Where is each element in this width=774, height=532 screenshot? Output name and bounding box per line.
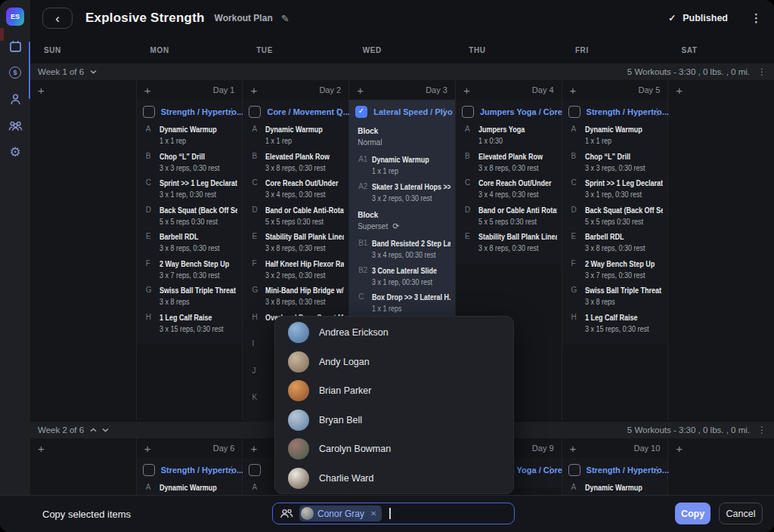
workout-menu-icon[interactable]: ⋮	[652, 465, 661, 475]
person-item[interactable]: Andrea Erickson	[275, 318, 513, 348]
sidebar-scrollbar[interactable]	[29, 42, 30, 99]
workout-menu-icon[interactable]: ⋮	[227, 465, 236, 475]
add-workout-icon[interactable]: +	[38, 85, 45, 96]
workout-menu-icon[interactable]: ⋮	[546, 107, 556, 117]
exercise-row[interactable]: B1Band Resisted 2 Step Late...3 x 4 reps…	[349, 238, 455, 265]
week1-kebab-icon[interactable]: ⋮	[757, 66, 766, 77]
workout-card[interactable]: Strength / Hypertro...⋮ADynamic Warmup1 …	[137, 458, 243, 496]
add-workout-icon[interactable]: +	[570, 85, 577, 96]
exercise-row[interactable]: H1 Leg Calf Raise3 x 15 reps, 0:30 rest	[137, 312, 243, 339]
exercise-row[interactable]: CSprint >> 1 Leg Declarations3 x 1 rep, …	[562, 178, 668, 205]
exercise-row[interactable]: B23 Cone Lateral Slide3 x 1 rep, 00:30 r…	[349, 265, 455, 292]
copy-button[interactable]: Copy	[675, 503, 711, 524]
person-item[interactable]: Brian Parker	[275, 376, 513, 406]
chevron-down-icon[interactable]	[102, 428, 109, 432]
exercise-row[interactable]: ADynamic Warmup1 x 1 rep	[243, 124, 348, 151]
person-item[interactable]: Andy Logan	[275, 348, 513, 377]
add-workout-icon[interactable]: +	[38, 443, 45, 454]
chip-close-icon[interactable]: ✕	[370, 509, 376, 518]
workout-title[interactable]: Strength / Hypertro...	[587, 107, 647, 116]
add-workout-icon[interactable]: +	[570, 443, 577, 454]
workout-checkbox[interactable]	[143, 106, 155, 118]
exercise-row[interactable]: DBand or Cable Anti Rotati...5 x 5 reps …	[456, 205, 562, 232]
workout-menu-icon[interactable]: ⋮	[652, 107, 661, 117]
edit-pencil-icon[interactable]: ✎	[281, 13, 289, 24]
workout-checkbox[interactable]	[568, 464, 580, 476]
chevron-up-icon[interactable]	[90, 428, 97, 432]
exercise-row[interactable]: F2 Way Bench Step Up3 x 7 reps, 0:30 res…	[562, 258, 668, 286]
add-workout-icon[interactable]: +	[144, 85, 151, 96]
exercise-row[interactable]: BElevated Plank Row3 x 8 reps, 0:30 rest	[243, 151, 348, 178]
workout-card[interactable]: Strength / Hypertro...⋮ADynamic Warmup1 …	[562, 100, 668, 345]
chevron-down-icon[interactable]	[90, 70, 97, 74]
cancel-button[interactable]: Cancel	[719, 503, 763, 524]
workout-menu-icon[interactable]: ⋮	[440, 107, 449, 117]
exercise-row[interactable]: EBarbell RDL3 x 8 reps, 0:30 rest	[562, 231, 668, 258]
workout-card[interactable]: Strength / Hypertro...⋮ADynamic Warmup1 …	[562, 458, 668, 496]
workout-title[interactable]: Strength / Hypertro...	[161, 107, 221, 116]
exercise-row[interactable]: GSwiss Ball Triple Threat3 x 8 reps	[137, 285, 243, 312]
week2-kebab-icon[interactable]: ⋮	[757, 425, 766, 435]
add-workout-icon[interactable]: +	[357, 85, 364, 96]
exercise-row[interactable]: CCore Reach Out/Under3 x 4 reps, 0:30 re…	[456, 178, 562, 205]
athlete-icon[interactable]	[7, 91, 23, 107]
workout-title[interactable]: Strength / Hypertro...	[587, 466, 647, 475]
payments-icon[interactable]: $	[7, 64, 23, 81]
exercise-row[interactable]: ADynamic Warmup1 x 1 rep	[562, 124, 668, 151]
person-item[interactable]: Carolyn Bowman	[275, 435, 513, 464]
settings-icon[interactable]: ⚙	[7, 144, 23, 160]
exercise-row[interactable]: ADynamic Warmup1 x 1 rep	[137, 482, 243, 496]
workout-title[interactable]: Strength / Hypertro...	[161, 466, 221, 475]
workout-checkbox[interactable]	[462, 106, 474, 118]
person-item[interactable]: Charlie Ward	[275, 464, 513, 493]
add-workout-icon[interactable]: +	[250, 85, 257, 96]
selected-person-chip[interactable]: Conor Gray ✕	[299, 506, 382, 521]
people-search-input[interactable]: Conor Gray ✕	[272, 503, 515, 524]
exercise-row[interactable]: GMini-Band Hip Bridge w/ ...3 x 8 reps, …	[243, 285, 348, 312]
exercise-row[interactable]: EStability Ball Plank Linear ...3 x 8 re…	[456, 231, 562, 258]
workout-card[interactable]: Lateral Speed / Plyo⋮BlockNormalA1Dynami…	[349, 100, 455, 351]
header-kebab-icon[interactable]: ⋮	[751, 11, 762, 25]
workout-menu-icon[interactable]: ⋮	[227, 107, 236, 117]
exercise-row[interactable]: A1Dynamic Warmup1 x 1 rep	[349, 154, 455, 181]
app-logo[interactable]: ES	[6, 8, 24, 26]
add-workout-icon[interactable]: +	[463, 85, 470, 96]
add-workout-icon[interactable]: +	[676, 85, 683, 96]
workout-title[interactable]: Core / Movement Q...	[267, 107, 327, 116]
workout-menu-icon[interactable]: ⋮	[333, 107, 342, 117]
workout-checkbox[interactable]	[355, 106, 367, 118]
add-workout-icon[interactable]: +	[250, 443, 257, 454]
person-item[interactable]: Bryan Bell	[275, 406, 513, 435]
workout-checkbox[interactable]	[568, 106, 580, 118]
exercise-row[interactable]: FHalf Kneel Hip Flexor Rais...3 x 2 reps…	[243, 258, 348, 286]
exercise-row[interactable]: CSprint >> 1 Leg Declarations3 x 1 rep, …	[137, 178, 243, 205]
exercise-row[interactable]: BChop “L” Drill3 x 3 reps, 0:30 rest	[562, 151, 668, 178]
workout-title[interactable]: Lateral Speed / Plyo	[373, 107, 434, 116]
add-workout-icon[interactable]: +	[676, 443, 683, 454]
workout-card[interactable]: Jumpers Yoga / Core⋮AJumpers Yoga1 x 0:3…	[456, 100, 562, 264]
workout-checkbox[interactable]	[249, 464, 261, 476]
exercise-row[interactable]: BChop “L” Drill3 x 3 reps, 0:30 rest	[137, 151, 243, 178]
add-workout-icon[interactable]: +	[144, 443, 151, 454]
exercise-row[interactable]: H1 Leg Calf Raise3 x 15 reps, 0:30 rest	[562, 312, 668, 339]
workout-checkbox[interactable]	[249, 106, 261, 118]
exercise-row[interactable]: CCore Reach Out/Under3 x 4 reps, 0:30 re…	[243, 178, 348, 205]
exercise-row[interactable]: CBox Drop >> 3 Lateral H...1 x 1 reps	[349, 292, 455, 319]
workout-title[interactable]: Jumpers Yoga / Core	[480, 107, 540, 116]
workout-checkbox[interactable]	[143, 464, 155, 476]
exercise-row[interactable]: DBand or Cable Anti-Rotati...5 x 5 reps …	[243, 205, 348, 232]
exercise-row[interactable]: GSwiss Ball Triple Threat3 x 8 reps	[562, 285, 668, 312]
exercise-row[interactable]: EStability Ball Plank Linear ...3 x 8 re…	[243, 231, 348, 258]
exercise-row[interactable]: A2Skater 3 Lateral Hops >> ...3 x 2 reps…	[349, 181, 455, 209]
published-status[interactable]: ✓ Published	[668, 13, 728, 23]
calendar-icon[interactable]	[7, 38, 23, 54]
exercise-row[interactable]: ADynamic Warmup1 x 1 rep	[137, 124, 243, 151]
workout-menu-icon[interactable]: ⋮	[546, 465, 556, 475]
exercise-row[interactable]: BElevated Plank Row3 x 8 reps, 0:30 rest	[456, 151, 562, 178]
exercise-row[interactable]: F2 Way Bench Step Up3 x 7 reps, 0:30 res…	[137, 258, 243, 286]
exercise-row[interactable]: DBack Squat (Back Off Set)5 x 5 reps 0:3…	[137, 205, 243, 232]
exercise-row[interactable]: AJumpers Yoga1 x 0:30	[456, 124, 562, 151]
back-button[interactable]: ‹	[42, 8, 73, 29]
exercise-row[interactable]: DBack Squat (Back Off Set)5 x 5 reps 0:3…	[562, 205, 668, 232]
exercise-row[interactable]: EBarbell RDL3 x 8 reps, 0:30 rest	[137, 231, 243, 258]
